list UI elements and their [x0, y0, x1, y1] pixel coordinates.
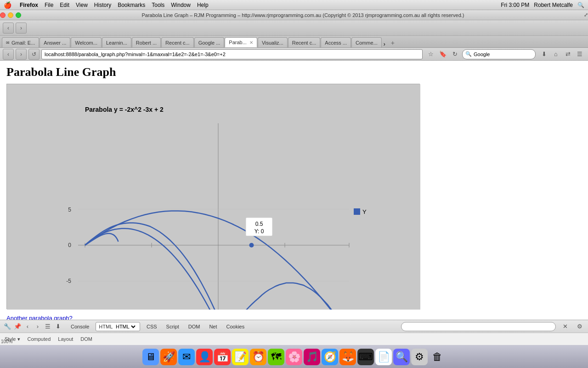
apple-menu[interactable]: 🍎: [4, 1, 11, 9]
dock-notes[interactable]: 📝: [232, 349, 249, 365]
dock-safari[interactable]: 🧭: [322, 349, 338, 365]
tooltip-y-value: Y: 0: [254, 228, 264, 235]
devtools-close[interactable]: ⬇: [53, 322, 62, 331]
highlighted-point[interactable]: [249, 243, 254, 247]
bookmark-icon[interactable]: 🔖: [437, 49, 448, 60]
maximize-button[interactable]: [16, 12, 21, 18]
devtools-settings[interactable]: ⚙: [574, 321, 585, 332]
tab-label-answer: Answer ...: [44, 40, 66, 46]
devtools-tab-dom[interactable]: DOM: [186, 323, 203, 330]
home-icon[interactable]: ⌂: [550, 49, 561, 60]
devtools-tab-net[interactable]: Net: [206, 323, 220, 330]
dock-trash[interactable]: 🗑: [429, 349, 446, 365]
menu-edit[interactable]: Edit: [60, 2, 69, 8]
reload-button[interactable]: ↺: [28, 49, 40, 60]
close-button[interactable]: [0, 12, 6, 18]
dock-mail[interactable]: ✉: [178, 349, 195, 365]
tab-parabola[interactable]: Parab... ✕: [225, 37, 257, 47]
dock-itunes[interactable]: 🎵: [304, 349, 320, 365]
devtools-search-close[interactable]: ✕: [560, 321, 571, 332]
tab-gmail[interactable]: ✉ Gmail: E...: [2, 37, 39, 47]
minimize-button[interactable]: [8, 12, 13, 18]
menu-history[interactable]: History: [94, 2, 111, 8]
dock-launchpad[interactable]: 🚀: [160, 349, 177, 365]
y-tick-neg5: -5: [66, 278, 71, 284]
devtools-icon2[interactable]: 📌: [13, 322, 22, 331]
tab-answer[interactable]: Answer ...: [40, 37, 70, 47]
tab-visualiz[interactable]: Visualiz...: [258, 37, 288, 47]
dock-maps[interactable]: 🗺: [268, 349, 284, 365]
menu-tools[interactable]: Tools: [152, 2, 164, 8]
html-select[interactable]: HTML: [114, 323, 137, 330]
tabs-bar: ✉ Gmail: E... Answer ... Welcom... Learn…: [0, 36, 588, 48]
devtools-search-input[interactable]: [401, 322, 556, 331]
devtools-back[interactable]: ‹: [23, 322, 32, 331]
tab-robert[interactable]: Robert ...: [132, 37, 161, 47]
devtools-bottom-layout[interactable]: Layout: [56, 335, 75, 343]
resize-icon[interactable]: ⤢: [584, 12, 588, 18]
refresh-icon[interactable]: ↻: [449, 49, 460, 60]
search-icon[interactable]: 🔍: [577, 2, 584, 8]
menu-firefox[interactable]: Firefox: [20, 2, 38, 8]
devtools-forward[interactable]: ›: [33, 322, 42, 331]
dock-reminders[interactable]: ⏰: [250, 349, 266, 365]
dock-system-prefs[interactable]: ⚙: [411, 349, 428, 365]
dock-textedit[interactable]: 📄: [375, 349, 392, 365]
sync-icon[interactable]: ⇄: [562, 49, 573, 60]
tab-label-visualiz: Visualiz...: [262, 40, 283, 46]
devtools-tab-html[interactable]: HTML HTML: [96, 322, 140, 331]
tab-welcome[interactable]: Welcom...: [71, 37, 102, 47]
dock-calendar[interactable]: 📅: [214, 349, 231, 365]
back-btn2[interactable]: ‹: [3, 49, 14, 60]
chevron-right-icon[interactable]: ›: [382, 41, 387, 47]
tab-access[interactable]: Access ...: [321, 37, 351, 47]
tab-label-parabola: Parab...: [229, 40, 247, 45]
dock-photos[interactable]: 🌸: [286, 349, 302, 365]
menubar-right: Fri 3:00 PM Robert Metcalfe 🔍: [501, 2, 584, 8]
devtools-toolbar: 🔧 📌 ‹ › ☰ ⬇ Console HTML HTML CSS Script…: [0, 320, 588, 333]
tab-label-learning: Learnin...: [106, 40, 127, 46]
svg-rect-0: [7, 84, 420, 310]
back-button[interactable]: ‹: [3, 23, 14, 34]
devtools-bottom-dom[interactable]: DOM: [79, 335, 94, 343]
tab-label-gmail: Gmail: E...: [11, 40, 35, 46]
new-tab-button[interactable]: +: [388, 38, 397, 47]
zoom-level: 100%: [1, 339, 13, 344]
devtools-tab-css[interactable]: CSS: [144, 323, 160, 330]
menu-bookmarks[interactable]: Bookmarks: [118, 2, 145, 8]
tab-comme[interactable]: Comme...: [351, 37, 382, 47]
forward-button[interactable]: ›: [16, 23, 27, 34]
menu-window[interactable]: Window: [171, 2, 191, 8]
bookmark-star-icon[interactable]: ☆: [425, 49, 436, 60]
another-parabola-link[interactable]: Another parabola graph?: [6, 315, 73, 320]
search-bar[interactable]: 🔍 Google: [462, 49, 536, 59]
menu-help[interactable]: Help: [197, 2, 209, 8]
devtools-tab-cookies[interactable]: Cookies: [224, 323, 248, 330]
username: Robert Metcalfe: [534, 2, 573, 8]
forward-btn2[interactable]: ›: [16, 49, 27, 60]
tab-recent1[interactable]: Recent c...: [161, 37, 194, 47]
y-tick-5: 5: [68, 207, 71, 213]
menu-file[interactable]: File: [45, 2, 53, 8]
url-bar[interactable]: localhost:8888/parabola_lgraph.php?minva…: [41, 49, 423, 59]
menu-icon[interactable]: ☰: [574, 49, 585, 60]
devtools-tab-script[interactable]: Script: [164, 323, 182, 330]
tab-google[interactable]: Google ...: [194, 37, 225, 47]
graph-svg: Parabola y = -2x^2 -3x + 2 Y: [7, 84, 420, 310]
devtools-bottom-computed[interactable]: Computed: [26, 335, 53, 343]
tab-close-parabola[interactable]: ✕: [249, 40, 253, 45]
dock-terminal[interactable]: ⌨: [357, 349, 374, 365]
dock-preview[interactable]: 🔍: [393, 349, 410, 365]
dock-finder[interactable]: 🖥: [142, 349, 159, 365]
tab-learning[interactable]: Learnin...: [102, 37, 131, 47]
tab-recent2[interactable]: Recent c...: [288, 37, 321, 47]
menu-view[interactable]: View: [76, 2, 88, 8]
graph-title: Parabola y = -2x^2 -3x + 2: [85, 106, 164, 113]
tab-label-welcome: Welcom...: [75, 40, 97, 46]
dock-firefox[interactable]: 🦊: [339, 349, 356, 365]
devtools-icon1[interactable]: 🔧: [3, 322, 12, 331]
download-icon[interactable]: ⬇: [538, 49, 549, 60]
devtools-menu[interactable]: ☰: [43, 322, 52, 331]
devtools-tab-console[interactable]: Console: [68, 323, 92, 330]
dock-contacts[interactable]: 👤: [196, 349, 213, 365]
